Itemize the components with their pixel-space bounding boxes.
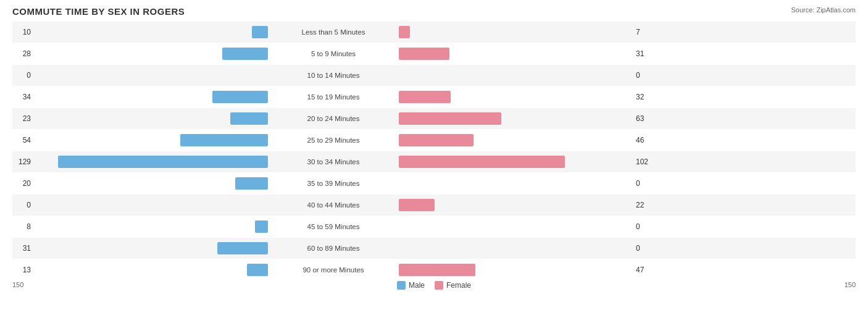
right-section: 22	[395, 199, 654, 211]
left-bar-container	[33, 91, 268, 103]
table-row: 13 90 or more Minutes 47	[12, 259, 856, 280]
female-value: 0	[636, 179, 654, 188]
female-value: 22	[636, 201, 654, 209]
table-row: 8 45 to 59 Minutes 0	[12, 216, 856, 237]
legend-male-label: Male	[409, 281, 425, 290]
legend-male: Male	[397, 281, 425, 290]
axis-row: 150 Male Female 150	[12, 281, 856, 290]
right-section: 0	[395, 69, 654, 82]
female-bar	[399, 91, 451, 103]
left-section: 23	[12, 112, 272, 125]
right-section: 0	[395, 177, 654, 190]
left-section: 0	[12, 69, 272, 82]
left-section: 20	[12, 177, 272, 190]
source-label: Source: ZipAtlas.com	[791, 6, 856, 14]
axis-max-right: 150	[845, 281, 856, 290]
right-section: 0	[395, 242, 654, 254]
male-bar	[212, 91, 268, 103]
male-value: 10	[12, 28, 31, 36]
left-bar-container	[33, 48, 268, 60]
right-section: 31	[395, 48, 654, 60]
left-section: 54	[12, 134, 272, 146]
right-section: 0	[395, 220, 654, 233]
male-value: 0	[12, 201, 31, 209]
left-bar-container	[33, 199, 268, 211]
left-section: 0	[12, 199, 272, 211]
male-bar	[230, 112, 268, 125]
right-bar-container	[399, 91, 633, 103]
male-value: 34	[12, 93, 31, 101]
left-section: 129	[12, 156, 272, 168]
left-bar-container	[33, 156, 268, 168]
right-bar-container	[399, 26, 633, 38]
legend-female-label: Female	[446, 281, 471, 290]
right-section: 7	[395, 26, 654, 38]
female-value: 46	[636, 136, 654, 145]
right-bar-container	[399, 199, 633, 211]
row-label: 35 to 39 Minutes	[272, 180, 395, 187]
male-bar	[235, 177, 268, 190]
male-value: 20	[12, 179, 31, 188]
row-label: Less than 5 Minutes	[272, 28, 395, 36]
right-bar-container	[399, 264, 633, 276]
female-value: 102	[636, 157, 654, 166]
row-label: 20 to 24 Minutes	[272, 115, 395, 122]
row-label: 15 to 19 Minutes	[272, 93, 395, 101]
left-bar-container	[33, 26, 268, 38]
row-label: 40 to 44 Minutes	[272, 201, 395, 209]
left-section: 13	[12, 264, 272, 276]
right-bar-container	[399, 156, 633, 168]
male-bar	[252, 26, 268, 38]
female-value: 63	[636, 114, 654, 123]
axis-min-left: 150	[12, 281, 23, 290]
female-value: 7	[636, 28, 654, 36]
left-section: 34	[12, 91, 272, 103]
table-row: 0 10 to 14 Minutes 0	[12, 65, 856, 86]
chart-title: COMMUTE TIME BY SEX IN ROGERS	[12, 6, 185, 17]
right-bar-container	[399, 48, 633, 60]
female-value: 0	[636, 222, 654, 231]
table-row: 31 60 to 89 Minutes 0	[12, 238, 856, 259]
table-row: 34 15 to 19 Minutes 32	[12, 86, 856, 107]
male-value: 13	[12, 266, 31, 274]
left-bar-container	[33, 264, 268, 276]
table-row: 23 20 to 24 Minutes 63	[12, 108, 856, 129]
left-bar-container	[33, 220, 268, 233]
right-bar-container	[399, 220, 633, 233]
row-label: 30 to 34 Minutes	[272, 158, 395, 166]
right-section: 32	[395, 91, 654, 103]
table-row: 0 40 to 44 Minutes 22	[12, 195, 856, 216]
female-bar	[399, 26, 410, 38]
row-label: 90 or more Minutes	[272, 266, 395, 274]
male-value: 31	[12, 244, 31, 253]
right-section: 102	[395, 156, 654, 168]
right-bar-container	[399, 177, 633, 190]
left-section: 28	[12, 48, 272, 60]
female-value: 32	[636, 93, 654, 101]
right-bar-container	[399, 242, 633, 254]
table-row: 10 Less than 5 Minutes 7	[12, 22, 856, 43]
left-bar-container	[33, 177, 268, 190]
left-bar-container	[33, 134, 268, 146]
row-label: 60 to 89 Minutes	[272, 245, 395, 252]
right-bar-container	[399, 134, 633, 146]
female-bar	[399, 134, 474, 146]
female-bar	[399, 112, 501, 125]
male-bar	[222, 48, 268, 60]
right-section: 63	[395, 112, 654, 125]
left-section: 31	[12, 242, 272, 254]
male-bar	[180, 134, 268, 146]
right-bar-container	[399, 112, 633, 125]
female-bar	[399, 48, 449, 60]
table-row: 129 30 to 34 Minutes 102	[12, 151, 856, 172]
female-bar	[399, 264, 475, 276]
male-bar	[58, 156, 268, 168]
female-bar	[399, 156, 565, 168]
female-value: 47	[636, 266, 654, 274]
female-value: 0	[636, 71, 654, 80]
legend: Male Female	[397, 281, 471, 290]
left-bar-container	[33, 69, 268, 82]
table-row: 54 25 to 29 Minutes 46	[12, 130, 856, 151]
table-row: 20 35 to 39 Minutes 0	[12, 173, 856, 194]
male-bar	[217, 242, 268, 254]
